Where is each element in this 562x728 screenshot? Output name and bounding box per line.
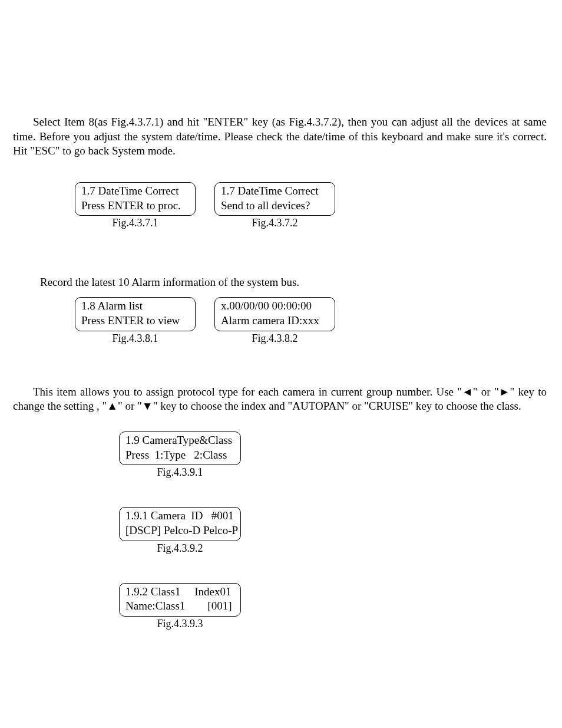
lcd-display: 1.7 DateTime Correct Press ENTER to proc…: [75, 182, 196, 216]
figure-caption: Fig.4.3.7.2: [252, 217, 297, 229]
lcd-line-2: [DSCP] Pelco-D Pelco-P: [125, 524, 238, 536]
section-alarm-list: Record the latest 10 Alarm information o…: [13, 275, 547, 344]
figure-caption: Fig.4.3.7.1: [112, 217, 158, 229]
figure-4-3-7-1: 1.7 DateTime Correct Press ENTER to proc…: [75, 182, 196, 229]
lcd-line-2: Press 1:Type 2:Class: [125, 449, 227, 461]
lcd-line-1: x.00/00/00 00:00:00: [221, 299, 312, 312]
figure-4-3-8-1: 1.8 Alarm list Press ENTER to view Fig.4…: [75, 297, 196, 344]
figure-row-2: 1.8 Alarm list Press ENTER to view Fig.4…: [75, 297, 547, 344]
figure-caption: Fig.4.3.8.1: [112, 332, 158, 345]
figure-row-1: 1.7 DateTime Correct Press ENTER to proc…: [75, 182, 547, 229]
lcd-line-2: Name:Class1 [001]: [125, 599, 232, 612]
paragraph-alarm: Record the latest 10 Alarm information o…: [13, 275, 547, 290]
lcd-line-2: Press ENTER to view: [81, 314, 180, 327]
paragraph-datetime: Select Item 8(as Fig.4.3.7.1) and hit "E…: [13, 115, 547, 159]
figure-caption: Fig.4.3.9.2: [157, 542, 203, 555]
lcd-display: 1.7 DateTime Correct Send to all devices…: [214, 182, 335, 216]
lcd-display: 1.8 Alarm list Press ENTER to view: [75, 297, 196, 331]
lcd-line-2: Send to all devices?: [221, 199, 310, 212]
lcd-line-1: 1.8 Alarm list: [81, 299, 143, 312]
section-datetime-correct: Select Item 8(as Fig.4.3.7.1) and hit "E…: [13, 115, 547, 229]
lcd-display: 1.9.2 Class1 Index01 Name:Class1 [001]: [119, 583, 241, 617]
figure-caption: Fig.4.3.8.2: [252, 332, 297, 345]
lcd-line-1: 1.9 CameraType&Class: [125, 434, 232, 446]
lcd-display: 1.9.1 Camera ID #001 [DSCP] Pelco-D Pelc…: [119, 507, 241, 541]
lcd-line-1: 1.7 DateTime Correct: [221, 185, 319, 197]
figure-4-3-9-1: 1.9 CameraType&Class Press 1:Type 2:Clas…: [119, 431, 241, 479]
figure-row-3b: 1.9.1 Camera ID #001 [DSCP] Pelco-D Pelc…: [119, 507, 547, 554]
lcd-line-1: 1.9.1 Camera ID #001: [125, 509, 234, 522]
figure-row-3c: 1.9.2 Class1 Index01 Name:Class1 [001] F…: [119, 583, 547, 630]
figure-4-3-9-3: 1.9.2 Class1 Index01 Name:Class1 [001] F…: [119, 583, 241, 630]
figure-4-3-9-2: 1.9.1 Camera ID #001 [DSCP] Pelco-D Pelc…: [119, 507, 241, 554]
lcd-line-1: 1.7 DateTime Correct: [81, 185, 179, 197]
figure-row-3a: 1.9 CameraType&Class Press 1:Type 2:Clas…: [119, 431, 547, 479]
lcd-display: 1.9 CameraType&Class Press 1:Type 2:Clas…: [119, 431, 241, 465]
section-camera-type-class: This item allows you to assign protocol …: [13, 385, 547, 631]
figure-4-3-8-2: x.00/00/00 00:00:00 Alarm camera ID:xxx …: [214, 297, 335, 344]
lcd-display: x.00/00/00 00:00:00 Alarm camera ID:xxx: [214, 297, 335, 331]
lcd-line-1: 1.9.2 Class1 Index01: [125, 585, 231, 598]
paragraph-camera: This item allows you to assign protocol …: [13, 385, 547, 414]
lcd-line-2: Press ENTER to proc.: [81, 199, 181, 212]
figure-4-3-7-2: 1.7 DateTime Correct Send to all devices…: [214, 182, 335, 229]
lcd-line-2: Alarm camera ID:xxx: [221, 314, 319, 327]
figure-caption: Fig.4.3.9.3: [157, 618, 203, 630]
figure-caption: Fig.4.3.9.1: [157, 466, 203, 479]
